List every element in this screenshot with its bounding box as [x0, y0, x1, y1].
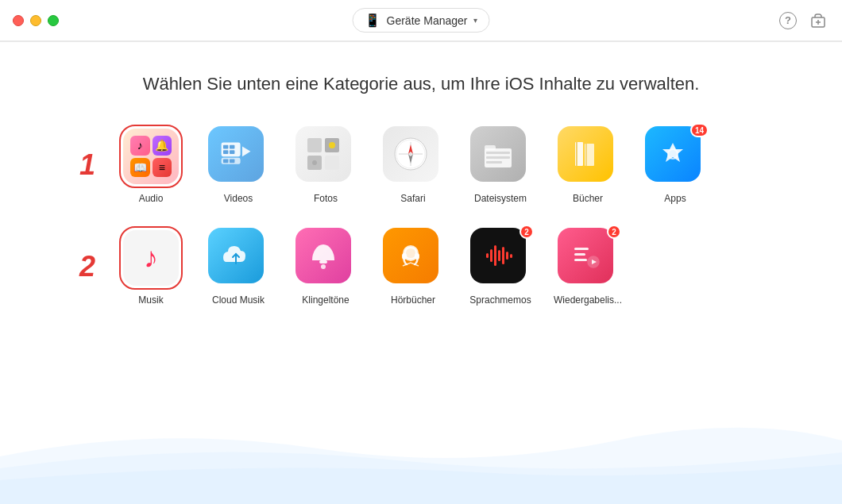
- svg-marker-11: [242, 146, 250, 156]
- svg-rect-40: [486, 253, 489, 258]
- category-item-cloudmusik[interactable]: Cloud Musik: [199, 228, 278, 306]
- category-item-sprachmemos[interactable]: 2 Sprachmemos: [461, 228, 540, 306]
- videos-icon-wrapper: [208, 126, 268, 187]
- safari-icon-wrapper: [383, 126, 443, 187]
- apps-badge: 14: [690, 123, 709, 137]
- category-item-wiedergabelisten[interactable]: 2 Wiedergabelis...: [548, 228, 628, 306]
- svg-rect-26: [486, 152, 510, 154]
- svg-rect-47: [574, 248, 589, 250]
- wiedergabelisten-icon: [558, 228, 613, 283]
- klingeltoene-label: Klingeltöne: [302, 294, 349, 306]
- device-icon: 📱: [365, 13, 380, 28]
- ag2: 🔔: [153, 136, 172, 156]
- musik-music-note: ♪: [144, 241, 158, 275]
- safari-icon: [383, 126, 438, 182]
- category-item-safari[interactable]: Safari: [373, 126, 453, 204]
- svg-rect-35: [319, 260, 327, 264]
- musik-icon-wrapper: ♪: [121, 228, 181, 288]
- svg-rect-42: [494, 245, 496, 266]
- chevron-down-icon: ▾: [473, 16, 477, 25]
- main-content: Wählen Sie unten eine Kategorie aus, um …: [0, 42, 842, 345]
- dateisystem-label: Dateisystem: [474, 193, 527, 204]
- wiedergabelisten-badge: 2: [607, 225, 621, 239]
- hoerbuecher-icon-wrapper: [383, 228, 443, 288]
- svg-rect-39: [415, 253, 419, 260]
- buecher-label: Bücher: [573, 193, 603, 204]
- svg-rect-38: [402, 253, 407, 260]
- box-icon-button[interactable]: [807, 10, 829, 32]
- help-button[interactable]: ?: [777, 10, 799, 32]
- audio-label: Audio: [139, 193, 164, 204]
- close-button[interactable]: [13, 15, 24, 26]
- svg-point-36: [321, 264, 326, 269]
- svg-rect-15: [325, 156, 339, 170]
- svg-rect-27: [486, 156, 510, 159]
- category-item-dateisystem[interactable]: Dateisystem: [461, 126, 540, 204]
- ag4: ≡: [153, 158, 172, 178]
- musik-icon: ♪: [123, 230, 179, 286]
- row-number-2: 2: [64, 250, 111, 283]
- svg-rect-25: [485, 145, 496, 150]
- row-1-items: ♪ 🔔 📖 ≡ Audio: [111, 126, 715, 204]
- videos-label: Videos: [224, 193, 253, 204]
- sprachmemos-label: Sprachmemos: [469, 294, 531, 306]
- category-item-klingeltoene[interactable]: Klingeltöne: [286, 228, 365, 306]
- category-item-videos[interactable]: Videos: [199, 126, 278, 204]
- svg-rect-49: [574, 259, 587, 261]
- svg-rect-43: [498, 250, 500, 261]
- dateisystem-icon: [470, 126, 526, 182]
- svg-rect-44: [502, 247, 504, 264]
- category-row-1: 1 ♪ 🔔 📖 ≡ Audio: [64, 126, 778, 204]
- cloudmusik-icon: [208, 228, 264, 283]
- svg-rect-28: [486, 161, 502, 164]
- category-item-apps[interactable]: 14 Apps: [635, 126, 715, 204]
- cloudmusik-icon-wrapper: [208, 228, 268, 288]
- minimize-button[interactable]: [30, 15, 41, 26]
- wiedergabelisten-label: Wiedergabelis...: [554, 294, 622, 306]
- device-selector[interactable]: 📱 Geräte Manager ▾: [353, 8, 490, 33]
- svg-rect-9: [223, 159, 228, 163]
- ag1: ♪: [130, 136, 150, 156]
- videos-icon: [208, 126, 264, 182]
- buecher-icon: [558, 126, 613, 182]
- svg-rect-3: [222, 143, 241, 157]
- maximize-button[interactable]: [48, 15, 59, 26]
- svg-rect-41: [490, 249, 492, 262]
- category-item-buecher[interactable]: Bücher: [548, 126, 628, 204]
- svg-point-17: [312, 160, 317, 165]
- svg-rect-31: [576, 142, 577, 166]
- cloudmusik-label: Cloud Musik: [212, 294, 265, 306]
- sprachmemos-badge: 2: [519, 225, 534, 239]
- device-name: Geräte Manager: [387, 14, 468, 27]
- audio-icon-wrapper: ♪ 🔔 📖 ≡: [121, 126, 181, 187]
- category-item-audio[interactable]: ♪ 🔔 📖 ≡ Audio: [111, 126, 191, 204]
- klingeltoene-icon: [295, 228, 351, 283]
- hoerbuecher-icon: [383, 228, 438, 283]
- category-item-fotos[interactable]: Fotos: [286, 126, 365, 204]
- svg-rect-32: [585, 144, 587, 166]
- wave-decoration: [0, 393, 842, 504]
- category-item-musik[interactable]: ♪ Musik: [111, 228, 191, 306]
- svg-rect-7: [230, 150, 234, 154]
- ag3: 📖: [130, 158, 150, 178]
- row-number-1: 1: [64, 148, 111, 182]
- apps-icon-wrapper: 14: [645, 126, 705, 187]
- sprachmemos-icon: [470, 228, 526, 283]
- svg-rect-10: [230, 159, 234, 163]
- hoerbuecher-label: Hörbücher: [391, 294, 435, 306]
- category-item-hoerbuecher[interactable]: Hörbücher: [373, 228, 453, 306]
- svg-rect-46: [510, 254, 512, 258]
- klingeltoene-icon-wrapper: [295, 228, 356, 288]
- box-icon: [809, 12, 827, 29]
- titlebar-actions: ?: [777, 10, 829, 32]
- musik-label: Musik: [138, 294, 163, 306]
- dateisystem-icon-wrapper: [470, 126, 531, 187]
- svg-rect-5: [230, 145, 234, 149]
- wiedergabelisten-icon-wrapper: 2: [558, 228, 618, 288]
- titlebar: 📱 Geräte Manager ▾ ?: [0, 0, 842, 41]
- help-icon: ?: [779, 12, 797, 29]
- category-row-2: 2 ♪ Musik: [64, 228, 778, 306]
- fotos-icon-wrapper: [295, 126, 356, 187]
- svg-rect-45: [506, 252, 508, 260]
- svg-point-16: [329, 142, 335, 148]
